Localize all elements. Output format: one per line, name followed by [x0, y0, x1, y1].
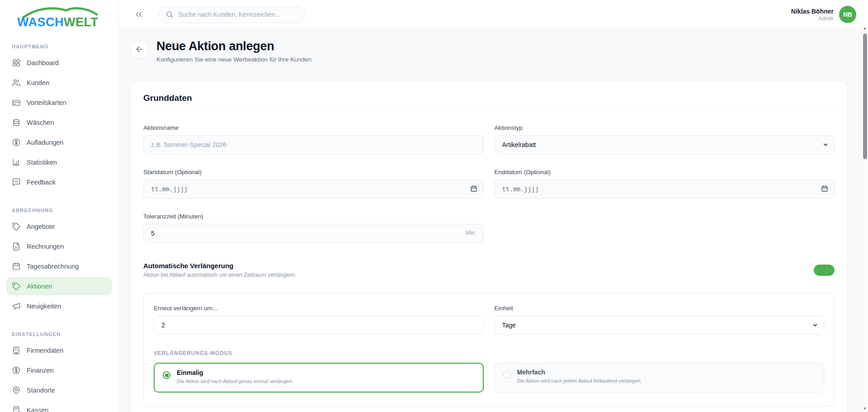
sidebar-item-aktionen[interactable]: Aktionen [6, 277, 112, 295]
grid-icon [12, 58, 21, 67]
coins-stack-icon [12, 118, 21, 127]
user-name: Niklas Böhner [791, 8, 834, 15]
einheit-label: Einheit [495, 305, 825, 312]
sidebar-item-kunden[interactable]: Kunden [6, 74, 112, 92]
erneut-verlaengern-label: Erneut verlängern um... [154, 305, 484, 312]
sidebar-item-dashboard[interactable]: Dashboard [6, 54, 112, 72]
aktionsname-input[interactable] [143, 135, 484, 154]
option-description: Die Aktion wird nach jedem Ablauf fortla… [517, 378, 642, 384]
users-icon [12, 78, 21, 87]
radio-unselected-icon[interactable] [503, 371, 511, 379]
sidebar-item-feedback[interactable]: Feedback [6, 173, 112, 191]
sidebar-item-label: Firmendaten [27, 347, 63, 354]
field-startdatum: Startdatum (Optional) [143, 169, 484, 199]
sidebar-item-label: Finanzen [27, 367, 54, 374]
field-aktionstyp: Aktionstyp Artikelrabatt [495, 124, 835, 154]
sidebar-item-label: Statistiken [27, 159, 57, 166]
dollar-circle-icon [12, 366, 21, 375]
page-title-block: Neue Aktion anlegen Konfigurieren Sie ei… [156, 39, 313, 63]
back-button[interactable] [130, 40, 148, 58]
sidebar-item-label: Wäschen [27, 119, 54, 126]
scroll-up-arrow-icon[interactable]: ▲ [863, 25, 867, 32]
option-title: Mehrfach [517, 369, 642, 376]
enddatum-input[interactable] [495, 180, 835, 199]
tag-icon [12, 222, 21, 231]
option-text: Mehrfach Die Aktion wird nach jedem Abla… [517, 369, 642, 384]
scroll-down-arrow-icon[interactable]: ▼ [863, 406, 867, 412]
sidebar-item-statistiken[interactable]: Statistiken [6, 153, 112, 171]
avatar[interactable]: NB [839, 6, 856, 23]
sidebar-item-angebote[interactable]: Angebote [6, 218, 112, 236]
option-title: Einmalig [177, 369, 293, 376]
brand-logo[interactable]: WASCHWELT [0, 0, 118, 29]
sidebar-item-waeschen[interactable]: Wäschen [6, 114, 112, 132]
sidebar-collapse-button[interactable] [132, 7, 146, 22]
message-square-icon [12, 178, 21, 187]
radio-selected-icon[interactable] [163, 371, 170, 379]
option-description: Die Aktion wird nach Ablauf genau einmal… [177, 379, 293, 384]
bar-chart-icon [12, 158, 21, 167]
aktionsname-label: Aktionsname [143, 124, 484, 131]
erneut-verlaengern-input[interactable] [154, 316, 484, 335]
chevrons-left-icon [134, 9, 144, 19]
auto-verlaengerung-text: Automatische Verlängerung Aktion bei Abl… [143, 262, 296, 278]
field-aktionsname: Aktionsname [143, 124, 484, 154]
grunddaten-card: Grunddaten Aktionsname Aktionstyp Artike… [130, 81, 848, 412]
sidebar-item-label: Aktionen [27, 283, 52, 290]
sidebar-item-label: Angebote [27, 223, 55, 230]
section-label-hauptmenu: HAUPTMENÜ [12, 44, 107, 49]
credit-card-icon [12, 98, 21, 107]
global-search [159, 6, 305, 23]
toleranzzeit-input[interactable] [143, 224, 484, 243]
modus-option-einmalig[interactable]: Einmalig Die Aktion wird nach Ablauf gen… [154, 363, 484, 393]
file-text-icon [12, 242, 21, 251]
search-input[interactable] [159, 6, 305, 23]
auto-verlaengerung-title: Automatische Verlängerung [143, 262, 296, 270]
sidebar-item-firmendaten[interactable]: Firmendaten [6, 341, 112, 360]
auto-verlaengerung-description: Aktion bei Ablauf automatisch um einen Z… [143, 272, 296, 278]
building-icon [12, 346, 21, 355]
field-toleranzzeit: Toleranzzeit (Minuten) Min. [143, 213, 484, 243]
sidebar-item-label: Vorteilskarten [27, 99, 66, 106]
aktionstyp-select[interactable]: Artikelrabatt [495, 135, 835, 154]
sidebar-item-aufladungen[interactable]: Aufladungen [6, 133, 112, 152]
page-header: Neue Aktion anlegen Konfigurieren Sie ei… [130, 39, 848, 63]
topbar: Niklas Böhner Admin NB [119, 0, 868, 29]
sidebar-item-tagesabrechnung[interactable]: Tagesabrechnung [6, 257, 112, 275]
sidebar-item-kassen[interactable]: Kassen [6, 401, 112, 412]
sidebar-item-standorte[interactable]: Standorte [6, 381, 112, 399]
sidebar-nav: HAUPTMENÜ Dashboard Kunden Vorteilskarte… [0, 29, 118, 412]
arrow-left-icon [135, 45, 144, 54]
form-grid: Aktionsname Aktionstyp Artikelrabatt Sta… [143, 124, 835, 243]
vertical-scrollbar[interactable]: ▲ ▼ [861, 25, 868, 412]
einheit-select[interactable]: Tage [495, 316, 825, 335]
enddatum-label: Enddatum (Optional) [495, 169, 835, 175]
auto-verlaengerung-toggle[interactable] [814, 265, 835, 276]
auto-verlaengerung-row: Automatische Verlängerung Aktion bei Abl… [143, 262, 835, 278]
sidebar-item-finanzen[interactable]: Finanzen [6, 361, 112, 379]
sidebar-item-vorteilskarten[interactable]: Vorteilskarten [6, 94, 112, 112]
sidebar-item-label: Tagesabrechnung [27, 263, 79, 270]
tag-icon [12, 282, 21, 291]
verlaengerung-panel: Erneut verlängern um... Einheit Tage VER… [143, 293, 835, 407]
user-block: Niklas Böhner Admin NB [791, 6, 856, 23]
sidebar-item-label: Rechnungen [27, 243, 64, 250]
field-einheit: Einheit Tage [495, 305, 825, 335]
aktionstyp-label: Aktionstyp [495, 124, 835, 131]
section-label-abrechnung: ABRECHNUNG [12, 208, 107, 213]
modus-options: Einmalig Die Aktion wird nach Ablauf gen… [154, 363, 824, 393]
scrollbar-thumb[interactable] [863, 33, 867, 159]
calendar-icon [12, 262, 21, 271]
startdatum-input[interactable] [143, 180, 484, 199]
sidebar-item-neuigkeiten[interactable]: Neuigkeiten [6, 297, 112, 315]
brand-wordmark: WASCHWELT [17, 15, 118, 29]
page-subtitle: Konfigurieren Sie eine neue Werbeaktion … [156, 56, 313, 63]
map-pin-icon [12, 386, 21, 395]
modus-option-mehrfach[interactable]: Mehrfach Die Aktion wird nach jedem Abla… [495, 363, 825, 393]
sidebar: WASCHWELT HAUPTMENÜ Dashboard Kunden Vor… [0, 0, 119, 412]
search-icon [165, 10, 174, 20]
sidebar-item-label: Kassen [27, 407, 48, 412]
toleranzzeit-label: Toleranzzeit (Minuten) [143, 213, 484, 220]
sidebar-item-rechnungen[interactable]: Rechnungen [6, 237, 112, 256]
user-meta: Niklas Böhner Admin [791, 8, 834, 22]
